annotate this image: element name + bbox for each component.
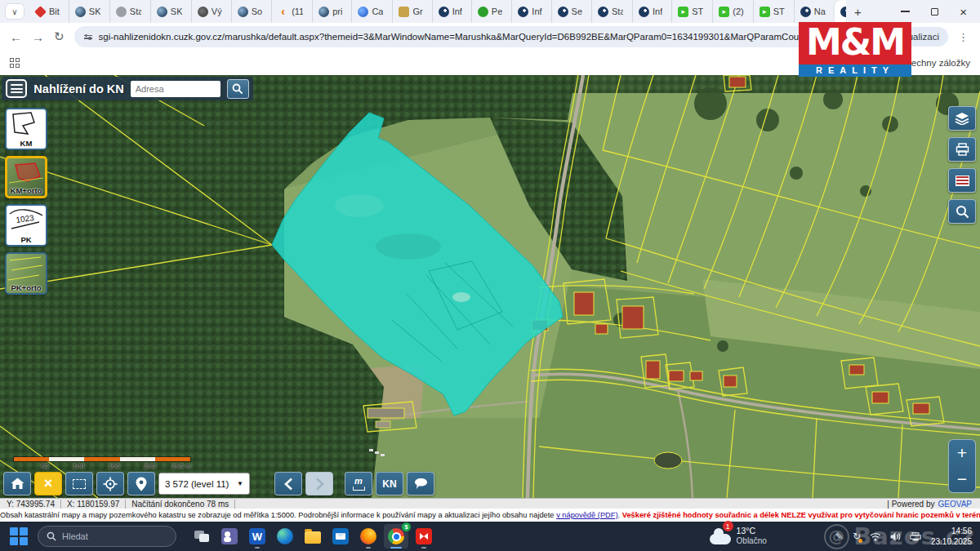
wifi-icon[interactable] [870, 532, 881, 541]
cancel-selection-button[interactable]: × [34, 472, 62, 495]
scale-level-value: 3 572 (level 11) [165, 479, 232, 489]
browser-tab[interactable]: Se [551, 0, 591, 23]
file-explorer-button[interactable] [301, 524, 325, 549]
select-area-button[interactable] [65, 472, 93, 495]
task-view-button[interactable] [189, 524, 214, 549]
taskbar-search-input[interactable] [62, 531, 152, 541]
browser-tab[interactable]: (2) [712, 0, 752, 23]
search-button[interactable] [227, 79, 249, 99]
geovap-link[interactable]: GEOVAP [938, 500, 973, 509]
all-bookmarks-button[interactable]: Všechny záložky [884, 58, 970, 68]
scale-label: 250 m [155, 462, 191, 470]
aerial-map-canvas[interactable] [0, 75, 980, 498]
center-target-button[interactable] [96, 472, 124, 495]
lasso-select-button[interactable] [407, 472, 434, 495]
volume-icon[interactable] [890, 532, 901, 541]
map-viewport: Nahlížení do KN KM KM+orto 1023 PK PK+or… [0, 75, 980, 498]
browser-menu-icon[interactable]: ⋮ [958, 31, 969, 43]
tab-label: Inf [653, 7, 662, 16]
tab-favicon [598, 7, 608, 17]
file-explorer-icon [305, 531, 321, 544]
teams-button[interactable] [217, 524, 242, 549]
browser-tab[interactable]: Sta [591, 0, 632, 23]
history-back-button[interactable] [274, 472, 302, 495]
print-button[interactable] [948, 137, 976, 162]
clock-widget[interactable]: 14:56 23.10.2025 [931, 526, 972, 547]
browser-tab[interactable]: SK [150, 0, 191, 23]
new-tab-button[interactable]: + [854, 5, 862, 19]
layer-button-pk[interactable]: 1023 PK [5, 204, 47, 247]
finish-update-button[interactable]: Dokončit aktualizaci [847, 27, 948, 47]
bookmark-star-icon[interactable]: ☆ [818, 31, 828, 43]
browser-tab[interactable]: Vý [191, 0, 231, 23]
taskbar-search[interactable] [38, 526, 176, 547]
browser-tab[interactable]: So [231, 0, 271, 23]
url-text[interactable]: sgi-nahlizenidokn.cuzk.gov.cz/marushka/d… [99, 32, 812, 42]
tab-label: Na [814, 7, 826, 16]
weather-widget[interactable]: 1 13°C Oblačno [710, 526, 767, 547]
layer-button-km-orto[interactable]: KM+orto [5, 156, 47, 198]
zoom-search-button[interactable] [948, 199, 976, 224]
minimize-button[interactable] [901, 11, 910, 12]
apps-grid-icon[interactable] [10, 58, 20, 69]
browser-tab[interactable]: Sta [109, 0, 150, 23]
browser-tab[interactable]: Pe [471, 0, 511, 23]
svg-text:1023: 1023 [16, 213, 35, 224]
browser-tab[interactable]: Inf [511, 0, 550, 23]
history-forward-button[interactable] [305, 472, 333, 495]
browser-tab[interactable]: Na [794, 0, 835, 23]
word-button[interactable]: W [245, 524, 270, 549]
zoom-out-button[interactable]: − [949, 466, 975, 492]
layers-tool-button[interactable] [948, 106, 976, 131]
browser-tab[interactable]: Gr [392, 0, 431, 23]
reload-icon[interactable]: ↻ [54, 29, 65, 44]
browser-tab[interactable]: Bit [29, 0, 69, 23]
firefox-button[interactable] [356, 524, 381, 549]
layer-label: KM [7, 139, 46, 148]
edge-button[interactable] [273, 524, 297, 549]
kn-info-button[interactable]: KN [376, 472, 403, 495]
tab-favicon [75, 7, 86, 17]
forward-icon[interactable]: → [32, 30, 44, 44]
acrobat-button[interactable] [412, 524, 436, 549]
printer-device-icon[interactable] [910, 532, 921, 541]
menu-hamburger-icon[interactable] [6, 79, 27, 98]
restore-button[interactable] [931, 8, 938, 16]
pen-icon[interactable]: ✎ [835, 531, 844, 542]
browser-tab[interactable]: ST [671, 0, 712, 23]
omnibox[interactable]: sgi-nahlizenidokn.cuzk.gov.cz/marushka/d… [74, 26, 838, 47]
legend-icon [956, 176, 969, 186]
start-button[interactable] [8, 526, 29, 547]
help-pdf-link[interactable]: v nápovědě (PDF) [556, 511, 617, 519]
site-settings-icon[interactable] [84, 35, 92, 39]
browser-tab[interactable]: Inf [432, 0, 471, 23]
browser-tab[interactable]: × [835, 0, 846, 23]
browser-tab[interactable]: pri [312, 0, 351, 23]
outlook-button[interactable] [328, 524, 353, 549]
browser-tab[interactable]: SK [69, 0, 109, 23]
browser-tab[interactable]: (11 [271, 0, 312, 23]
zoom-in-button[interactable]: + [949, 440, 975, 466]
layer-switcher: KM KM+orto 1023 PK PK+orto [5, 108, 47, 295]
tab-search-chevron-icon[interactable]: ∨ [5, 3, 24, 20]
location-pin-button[interactable] [127, 472, 155, 495]
system-tray: ✎ ↻ [835, 531, 921, 542]
address-search-input[interactable] [131, 81, 220, 97]
measure-button[interactable]: m [345, 472, 372, 495]
browser-tab[interactable]: ST [753, 0, 794, 23]
layer-button-pk-orto[interactable]: PK+orto [5, 252, 47, 295]
layer-button-km[interactable]: KM [5, 108, 47, 150]
home-button[interactable] [3, 472, 31, 495]
back-icon[interactable]: ← [10, 30, 22, 44]
notification-badge: 1 [723, 521, 733, 531]
sync-icon[interactable]: ↻ [853, 531, 861, 542]
chrome-button[interactable]: $ [384, 524, 408, 549]
browser-tab[interactable]: Ca [351, 0, 392, 23]
layer-label: KM+orto [7, 186, 45, 195]
acrobat-icon [416, 528, 432, 544]
close-window-button[interactable]: × [960, 5, 967, 19]
scale-level-dropdown[interactable]: 3 572 (level 11) ▼ [158, 473, 250, 495]
tab-label: Inf [532, 7, 541, 16]
legend-button[interactable] [948, 168, 976, 193]
browser-tab[interactable]: Inf [632, 0, 671, 23]
